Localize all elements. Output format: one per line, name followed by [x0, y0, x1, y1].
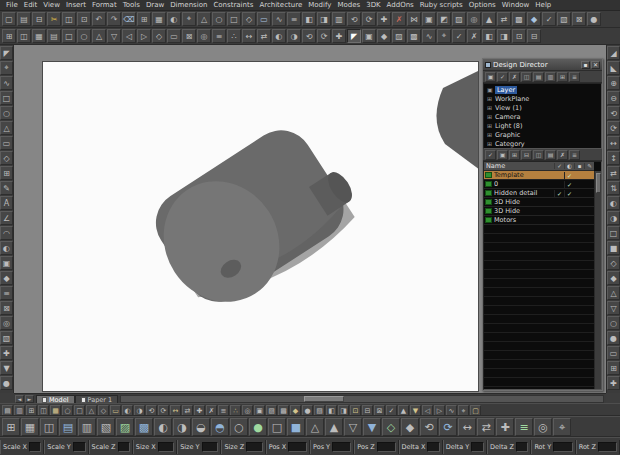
- tool-icon[interactable]: ▣: [0, 256, 13, 270]
- layer-cell[interactable]: ✓: [564, 172, 574, 179]
- status-field-input[interactable]: [118, 442, 130, 452]
- tree-expand-icon[interactable]: ▣: [487, 86, 495, 93]
- tool-icon[interactable]: ▭: [0, 136, 13, 150]
- tool-icon[interactable]: ⟳: [439, 418, 457, 436]
- tool-icon[interactable]: ✗: [467, 29, 481, 43]
- panel-title-bar[interactable]: Design Director ▪✕: [483, 59, 602, 71]
- tool-icon[interactable]: ∿: [272, 12, 286, 26]
- tool-icon[interactable]: ◑: [134, 405, 145, 416]
- tool-icon[interactable]: △: [0, 121, 13, 135]
- tool-icon[interactable]: ↷: [107, 12, 121, 26]
- tool-icon[interactable]: ▤: [2, 405, 13, 416]
- tool-icon[interactable]: ∿: [422, 29, 436, 43]
- panel-tool-icon[interactable]: ≡: [569, 150, 580, 160]
- tool-icon[interactable]: ◐: [167, 12, 181, 26]
- tool-icon[interactable]: ↔: [458, 418, 476, 436]
- tool-icon[interactable]: ⊡: [350, 405, 361, 416]
- tool-icon[interactable]: ⇄: [607, 166, 620, 180]
- tool-icon[interactable]: ▲: [325, 418, 343, 436]
- tree-item[interactable]: ⊞ Camera: [484, 112, 601, 121]
- tool-icon[interactable]: ◨: [338, 405, 349, 416]
- tool-icon[interactable]: ◇: [0, 151, 13, 165]
- tool-icon[interactable]: ⟲: [146, 405, 157, 416]
- tool-icon[interactable]: ◫: [40, 418, 58, 436]
- tool-icon[interactable]: ◨: [497, 29, 511, 43]
- tool-icon[interactable]: ⇄: [182, 405, 193, 416]
- tool-icon[interactable]: ∠: [0, 211, 13, 225]
- menu-item[interactable]: Tools: [120, 0, 143, 11]
- tool-icon[interactable]: △: [92, 29, 106, 43]
- tool-icon[interactable]: ▲: [482, 12, 496, 26]
- status-field-input[interactable]: [471, 442, 484, 452]
- tool-icon[interactable]: ⇄: [257, 29, 271, 43]
- tool-icon[interactable]: ▭: [110, 405, 121, 416]
- tool-icon[interactable]: ⊞: [0, 166, 13, 180]
- tool-icon[interactable]: ◆: [401, 418, 419, 436]
- tool-icon[interactable]: ⌖: [437, 29, 451, 43]
- menu-item[interactable]: Modes: [334, 0, 363, 11]
- tool-icon[interactable]: ▧: [314, 405, 325, 416]
- panel-tool-icon[interactable]: ◫: [521, 72, 532, 82]
- tool-icon[interactable]: ●: [249, 418, 267, 436]
- tool-icon[interactable]: △: [607, 286, 620, 300]
- tool-icon[interactable]: ✂: [47, 12, 61, 26]
- layer-row[interactable]: Hidden detail ✓ ✓: [484, 189, 594, 198]
- panel-tool-icon[interactable]: ⊞: [509, 150, 520, 160]
- tool-icon[interactable]: ⟲: [347, 12, 361, 26]
- tool-icon[interactable]: ⊠: [572, 12, 586, 26]
- tool-icon[interactable]: ◧: [326, 405, 337, 416]
- tool-icon[interactable]: ⊖: [607, 91, 620, 105]
- tool-icon[interactable]: ◐: [607, 196, 620, 210]
- tool-icon[interactable]: ▨: [116, 418, 134, 436]
- tool-icon[interactable]: ◇: [152, 29, 166, 43]
- tool-icon[interactable]: ⇅: [607, 181, 620, 195]
- tool-icon[interactable]: ◧: [302, 12, 316, 26]
- panel-tool-icon[interactable]: ▤: [545, 150, 556, 160]
- tool-icon[interactable]: ▧: [97, 418, 115, 436]
- tool-icon[interactable]: ⊟: [362, 405, 373, 416]
- panel-tool-icon[interactable]: ◫: [533, 150, 544, 160]
- tool-icon[interactable]: ◆: [527, 12, 541, 26]
- tree-item[interactable]: ▣ Layer: [484, 85, 601, 94]
- menu-item[interactable]: Architecture: [256, 0, 305, 11]
- horizontal-scrollbar[interactable]: [120, 395, 604, 403]
- tool-icon[interactable]: ⌫: [122, 12, 136, 26]
- menu-item[interactable]: Dimension: [167, 0, 210, 11]
- column-header-icon[interactable]: ✎: [584, 163, 594, 169]
- tree-expand-icon[interactable]: ⊞: [487, 131, 495, 138]
- tool-icon[interactable]: ◇: [382, 418, 400, 436]
- tool-icon[interactable]: ◣: [607, 61, 620, 75]
- status-field-input[interactable]: [202, 442, 219, 452]
- tool-icon[interactable]: ▨: [452, 12, 466, 26]
- menu-item[interactable]: Draw: [143, 0, 167, 11]
- tool-icon[interactable]: ◁: [122, 29, 136, 43]
- tool-icon[interactable]: ◠: [0, 226, 13, 240]
- tool-icon[interactable]: ▷: [137, 29, 151, 43]
- tool-icon[interactable]: ▭: [167, 29, 181, 43]
- tool-icon[interactable]: ◫: [62, 12, 76, 26]
- tool-icon[interactable]: ▦: [152, 12, 166, 26]
- tool-icon[interactable]: ○: [607, 316, 620, 330]
- tool-icon[interactable]: ◑: [607, 211, 620, 225]
- tool-icon[interactable]: ◎: [242, 405, 253, 416]
- tool-icon[interactable]: ▼: [363, 418, 381, 436]
- column-header-icon[interactable]: ✓: [554, 163, 564, 169]
- tool-icon[interactable]: ✓: [386, 405, 397, 416]
- tool-icon[interactable]: ⊡: [77, 12, 91, 26]
- tool-icon[interactable]: ◇: [98, 405, 109, 416]
- tab-nav-icon[interactable]: ◄: [15, 395, 24, 403]
- tool-icon[interactable]: ▭: [257, 12, 271, 26]
- name-column-header[interactable]: Name: [486, 162, 554, 170]
- tool-icon[interactable]: ∴: [230, 405, 241, 416]
- tool-icon[interactable]: ○: [0, 106, 13, 120]
- tool-icon[interactable]: ⌖: [0, 61, 13, 75]
- tool-icon[interactable]: ◐: [122, 405, 133, 416]
- tool-icon[interactable]: ⋈: [407, 12, 421, 26]
- menu-item[interactable]: Constraints: [210, 0, 256, 11]
- tool-icon[interactable]: □: [268, 418, 286, 436]
- tool-icon[interactable]: ∿: [446, 405, 457, 416]
- tool-icon[interactable]: ▩: [278, 405, 289, 416]
- tool-icon[interactable]: ▤: [17, 12, 31, 26]
- tool-icon[interactable]: ≡: [515, 418, 533, 436]
- tree-expand-icon[interactable]: ⊞: [487, 113, 495, 120]
